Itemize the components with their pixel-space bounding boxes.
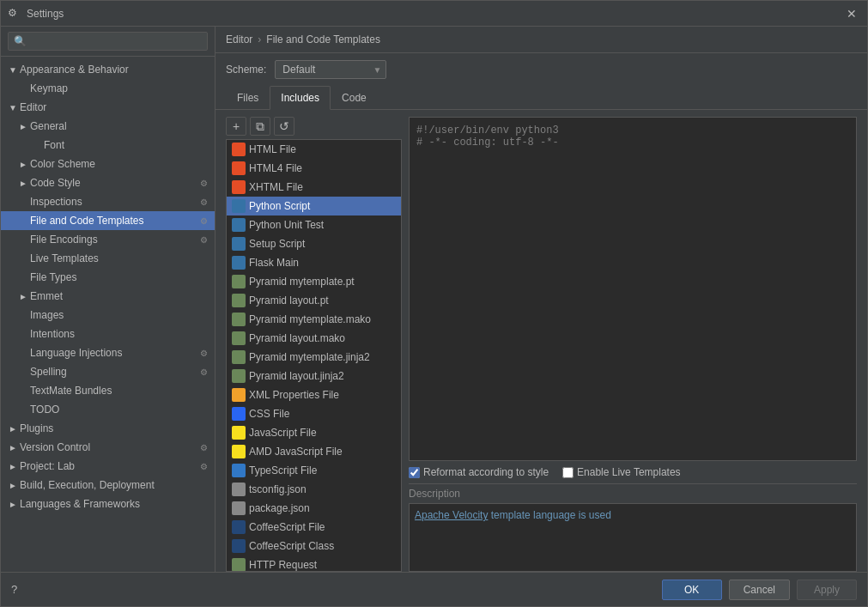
file-type-icon xyxy=(232,369,246,383)
reformat-checkbox-label[interactable]: Reformat according to style xyxy=(409,466,549,478)
reset-template-button[interactable]: ↺ xyxy=(274,117,294,136)
sidebar-item-general[interactable]: ►General xyxy=(1,117,215,136)
tab-includes[interactable]: Includes xyxy=(270,86,331,110)
template-item-tsconfig-json[interactable]: tsconfig.json xyxy=(227,480,401,499)
add-template-button[interactable]: + xyxy=(226,117,246,136)
template-item-html-file[interactable]: HTML File xyxy=(227,140,401,159)
reformat-checkbox[interactable] xyxy=(409,467,420,478)
template-item-coffeescript-class[interactable]: CoffeeScript Class xyxy=(227,537,401,555)
sidebar-item-plugins[interactable]: ►Plugins xyxy=(1,419,215,438)
scheme-select[interactable]: Default Project xyxy=(275,60,386,79)
sidebar-item-inspections[interactable]: Inspections⚙ xyxy=(1,192,215,211)
file-type-icon xyxy=(232,483,246,496)
file-type-icon xyxy=(232,294,246,307)
sidebar-item-intentions[interactable]: Intentions xyxy=(1,325,215,343)
template-item-flask-main[interactable]: Flask Main xyxy=(227,253,401,272)
tab-code[interactable]: Code xyxy=(331,86,378,110)
sidebar-item-code-style[interactable]: ►Code Style⚙ xyxy=(1,173,215,192)
template-item-pyramid-layout-pt[interactable]: Pyramid layout.pt xyxy=(227,291,401,310)
no-arrow xyxy=(18,83,28,94)
cancel-button[interactable]: Cancel xyxy=(729,580,790,600)
template-item-label: CoffeeScript File xyxy=(249,521,325,533)
sidebar-item-project-lab[interactable]: ►Project: Lab⚙ xyxy=(1,457,215,476)
template-item-javascript-file[interactable]: JavaScript File xyxy=(227,423,401,442)
velocity-link: Apache Velocity xyxy=(415,509,488,521)
sidebar-item-font[interactable]: Font xyxy=(1,136,215,155)
sidebar-item-label: Spelling xyxy=(30,366,67,378)
template-item-pyramid-layout-mako[interactable]: Pyramid layout.mako xyxy=(227,329,401,348)
template-item-label: Pyramid layout.pt xyxy=(249,294,329,307)
sidebar-item-editor[interactable]: ▼Editor xyxy=(1,98,215,117)
ok-button[interactable]: OK xyxy=(662,580,722,600)
template-item-package-json[interactable]: package.json xyxy=(227,499,401,518)
sidebar-item-images[interactable]: Images xyxy=(1,306,215,325)
template-item-css-file[interactable]: CSS File xyxy=(227,404,401,423)
sidebar-item-file-encodings[interactable]: File Encodings⚙ xyxy=(1,230,215,249)
sidebar-item-todo[interactable]: TODO xyxy=(1,400,215,419)
template-item-html4-file[interactable]: HTML4 File xyxy=(227,159,401,178)
gear-icon: ⚙ xyxy=(200,216,208,226)
code-editor[interactable]: #!/user/bin/env python3 # -*- coding: ut… xyxy=(409,117,857,461)
template-item-label: AMD JavaScript File xyxy=(249,446,343,458)
template-item-label: package.json xyxy=(249,502,310,514)
sidebar-item-file-and-code-templates[interactable]: File and Code Templates⚙ xyxy=(1,211,215,230)
sidebar-item-live-templates[interactable]: Live Templates xyxy=(1,249,215,268)
search-input[interactable] xyxy=(8,32,208,51)
tab-files[interactable]: Files xyxy=(226,86,270,110)
collapsed-arrow-icon: ► xyxy=(8,423,18,434)
template-item-amd-javascript-file[interactable]: AMD JavaScript File xyxy=(227,442,401,461)
template-item-http-request[interactable]: HTTP Request xyxy=(227,555,401,572)
sidebar-item-label: General xyxy=(30,120,67,132)
help-button[interactable]: ? xyxy=(11,583,17,596)
file-type-icon xyxy=(232,388,246,402)
no-arrow xyxy=(18,272,28,282)
reformat-label: Reformat according to style xyxy=(423,466,549,478)
template-item-python-unit-test[interactable]: Python Unit Test xyxy=(227,215,401,234)
bottom-bar: ? OK Cancel Apply xyxy=(1,572,867,606)
live-templates-checkbox-label[interactable]: Enable Live Templates xyxy=(562,466,681,478)
template-item-label: Setup Script xyxy=(249,238,305,250)
sidebar-item-build-execution[interactable]: ►Build, Execution, Deployment xyxy=(1,476,215,495)
sidebar-item-languages-frameworks[interactable]: ►Languages & Frameworks xyxy=(1,495,215,513)
sidebar-item-label: TextMate Bundles xyxy=(30,385,112,397)
expanded-arrow-icon: ▼ xyxy=(8,102,18,112)
gear-icon: ⚙ xyxy=(200,235,208,245)
title-bar: ⚙ Settings ✕ xyxy=(1,1,867,27)
sidebar-item-label: Editor xyxy=(20,101,46,113)
main-content: Editor › File and Code Templates Scheme:… xyxy=(215,27,867,572)
template-item-xml-properties-file[interactable]: XML Properties File xyxy=(227,385,401,404)
gear-icon: ⚙ xyxy=(200,197,208,207)
template-item-pyramid-mytemplate-mako[interactable]: Pyramid mytemplate.mako xyxy=(227,310,401,329)
sidebar-item-keymap[interactable]: Keymap xyxy=(1,79,215,98)
template-item-coffeescript-file[interactable]: CoffeeScript File xyxy=(227,518,401,537)
sidebar-item-emmet[interactable]: ►Emmet xyxy=(1,287,215,306)
sidebar-item-label: Images xyxy=(30,309,64,321)
sidebar-item-language-injections[interactable]: Language Injections⚙ xyxy=(1,343,215,362)
apply-button[interactable]: Apply xyxy=(797,580,857,600)
template-item-pyramid-mytemplate-jinja2[interactable]: Pyramid mytemplate.jinja2 xyxy=(227,348,401,367)
live-templates-checkbox[interactable] xyxy=(562,467,574,478)
template-item-setup-script[interactable]: Setup Script xyxy=(227,234,401,253)
copy-template-button[interactable]: ⧉ xyxy=(250,117,270,136)
template-item-pyramid-layout-jinja2[interactable]: Pyramid layout.jinja2 xyxy=(227,367,401,385)
scheme-select-wrap: Default Project ▼ xyxy=(275,60,386,79)
template-item-xhtml-file[interactable]: XHTML File xyxy=(227,178,401,197)
template-list: HTML File HTML4 File XHTML File Python S… xyxy=(226,139,402,572)
sidebar-item-version-control[interactable]: ►Version Control⚙ xyxy=(1,438,215,457)
template-item-pyramid-mytemplate-pt[interactable]: Pyramid mytemplate.pt xyxy=(227,272,401,291)
sidebar-item-appearance-behavior[interactable]: ▼Appearance & Behavior xyxy=(1,60,215,79)
file-type-icon xyxy=(232,520,246,534)
close-button[interactable]: ✕ xyxy=(843,5,860,22)
collapsed-arrow-icon: ► xyxy=(8,480,18,490)
sidebar-tree: ▼Appearance & BehaviorKeymap▼Editor►Gene… xyxy=(1,57,215,572)
template-item-python-script[interactable]: Python Script xyxy=(227,197,401,215)
sidebar-item-color-scheme[interactable]: ►Color Scheme xyxy=(1,155,215,173)
list-toolbar: + ⧉ ↺ xyxy=(226,117,402,136)
sidebar-item-spelling[interactable]: Spelling⚙ xyxy=(1,362,215,381)
sidebar-item-textmate-bundles[interactable]: TextMate Bundles xyxy=(1,381,215,400)
file-type-icon xyxy=(232,539,246,553)
template-item-typescript-file[interactable]: TypeScript File xyxy=(227,461,401,480)
file-type-icon xyxy=(232,426,246,440)
sidebar-item-file-types[interactable]: File Types xyxy=(1,268,215,287)
gear-icon: ⚙ xyxy=(200,179,208,188)
